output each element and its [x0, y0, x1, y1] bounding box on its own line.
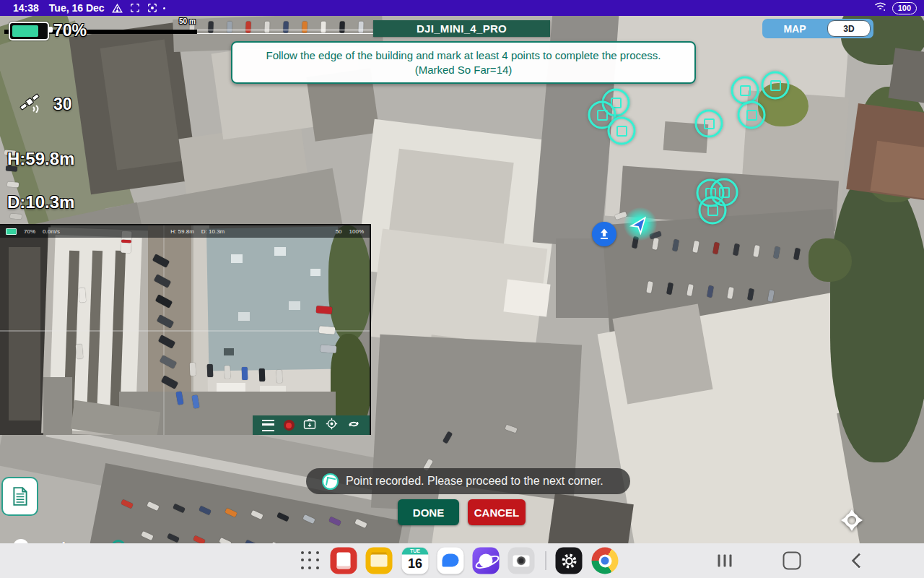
boundary-marker[interactable] [608, 117, 636, 145]
locate-crosshair-icon[interactable] [840, 508, 864, 535]
boundary-marker[interactable] [738, 101, 766, 129]
wifi-icon [874, 1, 886, 14]
battery-status-row: 70% [0, 23, 377, 39]
pip-distance: D: 10.3m [201, 228, 225, 235]
map-terrain [0, 330, 370, 332]
map-terrain [808, 238, 852, 282]
map-terrain [830, 173, 924, 462]
map-vehicle [79, 288, 87, 303]
calendar-app-icon[interactable]: TUE 16 [402, 548, 429, 574]
map-terrain [310, 269, 321, 276]
pip-zoom: 100% [349, 228, 364, 235]
android-status-bar: 14:38 Tue, 16 Dec [0, 0, 924, 16]
camera-pip-view[interactable]: 70% 0.0m/s H: 59.8m D: 10.3m 50 100% [0, 224, 371, 435]
battery-icon [9, 22, 49, 40]
notification-dot-icon [163, 7, 165, 9]
home-nav-button[interactable] [783, 552, 801, 570]
screen: 70% 50 m DJI_MINI_4_PRO MAP 3D Follow th… [0, 0, 924, 578]
chrome-app-icon[interactable] [592, 548, 619, 574]
clock: 14:38 [13, 2, 39, 14]
3d-view-button[interactable]: 3D [827, 20, 871, 37]
menu-icon[interactable] [262, 420, 274, 431]
map-vehicle [259, 368, 266, 381]
pip-speed: 0.0m/s [43, 228, 60, 235]
map-vehicle [276, 370, 283, 383]
map-vehicle [242, 367, 248, 380]
toast-message: Point recorded. Please proceed to the ne… [346, 475, 603, 488]
map-terrain [612, 303, 712, 404]
boundary-marker[interactable] [699, 197, 727, 225]
pip-gimbal: 50 [336, 228, 342, 235]
telemetry-distance: D:10.3m [7, 192, 74, 212]
calendar-day-label: TUE [402, 548, 429, 555]
map-terrain [503, 280, 550, 317]
recents-nav-button[interactable] [712, 548, 738, 574]
internet-app-icon[interactable] [473, 548, 500, 574]
messages-app-icon[interactable] [437, 548, 464, 574]
cancel-button[interactable]: CANCEL [468, 499, 526, 525]
instruction-banner: Follow the edge of the building and mark… [231, 41, 696, 84]
map-terrain [888, 48, 924, 104]
pip-toolbar [253, 415, 370, 435]
view-switcher: MAP 3D [762, 19, 873, 38]
toast-notification: Point recorded. Please proceed to the ne… [306, 468, 630, 494]
pip-height: H: 59.8m [170, 228, 193, 235]
screen-cast-icon [147, 3, 157, 13]
taskbar-divider [545, 551, 546, 570]
app-drawer-button[interactable] [301, 551, 320, 570]
map-vehicle [321, 345, 337, 353]
files-app-icon[interactable] [366, 548, 393, 574]
map-terrain [43, 377, 72, 435]
map-vehicle [225, 366, 231, 379]
record-icon[interactable] [284, 420, 295, 431]
map-terrain [871, 141, 924, 199]
map-terrain [274, 247, 286, 256]
document-icon [11, 486, 30, 506]
map-vehicle [319, 326, 336, 335]
map-view-button[interactable]: MAP [762, 23, 827, 35]
map-terrain [328, 225, 371, 341]
map-vehicle [121, 240, 131, 243]
map-terrain [9, 247, 40, 420]
status-battery-level: 100 [892, 2, 917, 14]
android-taskbar: TUE 16 [0, 543, 924, 578]
map-scale-label: 50 m [179, 17, 196, 25]
map-terrain [289, 301, 300, 310]
map-vehicle [207, 364, 214, 377]
map-terrain [238, 312, 250, 321]
pip-telemetry-bar: 70% 0.0m/s H: 59.8m D: 10.3m 50 100% [0, 225, 370, 238]
pip-battery-icon [6, 228, 17, 235]
toast-compass-icon [322, 473, 339, 490]
screen-record-icon [130, 3, 140, 13]
back-nav-button[interactable] [851, 553, 866, 568]
map-terrain [224, 348, 234, 355]
settings-app-icon[interactable] [556, 548, 583, 574]
map-vehicle [316, 306, 333, 314]
boundary-marker[interactable] [695, 110, 723, 138]
home-point-icon [592, 222, 616, 246]
instruction-line1: Follow the edge of the building and mark… [266, 48, 661, 63]
capture-icon[interactable] [303, 418, 316, 433]
status-date: Tue, 16 Dec [49, 2, 105, 14]
satellite-icon [17, 91, 42, 117]
done-button[interactable]: DONE [398, 499, 459, 525]
boundary-marker[interactable] [762, 72, 790, 100]
telemetry-height: H:59.8m [7, 149, 74, 169]
calendar-date-label: 16 [402, 555, 429, 573]
map-terrain [231, 254, 243, 263]
map-vehicle [76, 344, 84, 359]
satellite-count: 30 [53, 95, 72, 114]
camera-app-icon[interactable] [508, 548, 535, 574]
battery-percent: 70% [53, 21, 87, 40]
sync-icon[interactable] [347, 418, 360, 433]
notes-app-icon[interactable] [331, 548, 357, 574]
warning-icon [112, 4, 123, 13]
map-terrain [163, 225, 165, 435]
target-icon[interactable] [326, 418, 338, 433]
map-vehicle [190, 363, 196, 376]
instruction-line2: (Marked So Far=14) [415, 63, 513, 77]
drone-position-icon [624, 207, 657, 241]
boundary-marker[interactable] [731, 77, 759, 105]
drone-model-title: DJI_MINI_4_PRO [373, 20, 550, 37]
mission-log-button[interactable] [1, 477, 38, 516]
